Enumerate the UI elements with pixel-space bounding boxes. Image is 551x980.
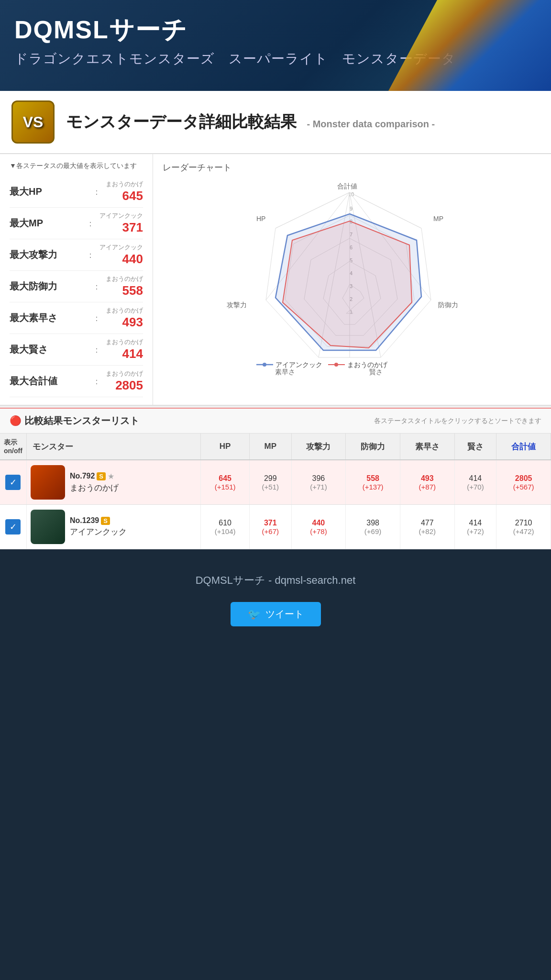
stat-monster-name: まおうのかげ [106,306,143,315]
stat-label: 最大攻撃力 [10,248,81,261]
col-def[interactable]: 防御力 [346,434,400,460]
hp-bonus: (+104) [205,527,245,535]
page-header: VS モンスターデータ詳細比較結果 - Monster data compari… [0,91,551,154]
stat-row: 最大攻撃力 ： アイアンクック 440 [10,239,143,271]
stat-colon: ： [92,344,101,356]
monster-name: アイアンクック [70,526,127,537]
spd-value: 477 [421,519,434,527]
mp-bonus: (+51) [253,483,287,491]
stat-value-block: まおうのかげ 414 [106,338,143,361]
footer-title: DQMSLサーチ - dqmsl-search.net [10,573,541,588]
monster-info: No.1239 S アイアンクック [31,510,197,544]
stat-monster-name: まおうのかげ [106,180,143,189]
spd-value: 493 [421,474,434,482]
wis-cell: 414 (+72) [454,505,496,549]
def-bonus: (+137) [350,483,396,491]
stat-colon: ： [92,312,101,324]
mp-cell: 299 (+51) [249,460,291,505]
col-mp[interactable]: MP [249,434,291,460]
stat-label: 最大素早さ [10,312,88,324]
col-hp[interactable]: HP [201,434,250,460]
def-value: 398 [366,519,379,527]
stat-value: 440 [122,252,143,266]
table-head: 表示on/off モンスター HP MP 攻撃力 防御力 素早さ 賢さ 合計値 [0,434,551,460]
mp-value: 299 [264,474,277,482]
monster-name: まおうのかげ [70,482,119,493]
def-bonus: (+69) [350,527,396,535]
badge-star: ★ [108,472,114,481]
list-section: 🔴 比較結果モンスターリスト 各ステータスタイトルをクリックするとソートできます… [0,408,551,549]
stat-label: 最大賢さ [10,343,88,356]
stat-row: 最大HP ： まおうのかげ 645 [10,176,143,208]
stat-value: 645 [122,189,143,203]
checkbox[interactable]: ✓ [5,475,21,490]
stat-row: 最大合計値 ： まおうのかげ 2805 [10,366,143,397]
stat-colon: ： [86,249,95,261]
stat-colon: ： [92,281,101,292]
monster-info: No.792 S★ まおうのかげ [31,465,197,500]
sort-hint: 各ステータスタイトルをクリックするとソートできます [374,417,541,425]
def-cell: 398 (+69) [346,505,400,549]
stat-value-block: まおうのかげ 2805 [106,369,143,393]
total-bonus: (+567) [500,483,547,491]
vs-badge: VS [11,100,55,144]
toggle-cell[interactable]: ✓ [0,460,26,505]
wis-bonus: (+72) [459,527,493,535]
stat-colon: ： [92,376,101,387]
stat-label: 最大合計値 [10,375,88,388]
list-header-bar: 🔴 比較結果モンスターリスト 各ステータスタイトルをクリックするとソートできます [0,408,551,434]
total-cell: 2710 (+472) [496,505,551,549]
page-title: モンスターデータ詳細比較結果 - Monster data comparison… [66,111,435,133]
site-header: DQMSLサーチ ドラゴンクエストモンスターズ スーパーライト モンスターデータ [0,0,551,91]
col-atk[interactable]: 攻撃力 [291,434,346,460]
svg-point-35 [334,363,338,367]
tweet-button[interactable]: 🐦 ツイート [231,602,321,626]
col-wis[interactable]: 賢さ [454,434,496,460]
svg-text:アイアンクック: アイアンクック [276,361,322,368]
col-monster[interactable]: モンスター [26,434,200,460]
twitter-icon: 🐦 [248,608,261,621]
stat-monster-name: まおうのかげ [106,369,143,378]
stat-value: 371 [122,220,143,234]
mp-value: 371 [264,519,277,527]
stat-value-block: まおうのかげ 645 [106,180,143,203]
vs-label: VS [23,113,44,131]
page-title-block: モンスターデータ詳細比較結果 - Monster data comparison… [66,111,435,133]
hp-cell: 645 (+151) [201,460,250,505]
stat-label: 最大HP [10,185,88,198]
hp-value: 610 [219,519,231,527]
def-value: 558 [366,474,379,482]
spd-bonus: (+87) [404,483,451,491]
stat-colon: ： [86,218,95,229]
atk-bonus: (+78) [296,527,342,535]
col-toggle[interactable]: 表示on/off [0,434,26,460]
radar-panel: レーダーチャート 合計値 MP 防御力 賢さ 素早さ 攻撃力 HP 10 9 8… [153,154,551,405]
comparison-section: ▼各ステータスの最大値を表示しています 最大HP ： まおうのかげ 645 最大… [0,154,551,406]
checkbox[interactable]: ✓ [5,519,21,535]
total-value: 2710 [515,519,532,527]
radar-container: 合計値 MP 防御力 賢さ 素早さ 攻撃力 HP 10 9 8 7 6 5 4 … [163,178,541,379]
badge-s: S [101,517,110,525]
def-cell: 558 (+137) [346,460,400,505]
svg-point-32 [263,363,266,367]
monster-badges: No.1239 S [70,516,127,525]
wis-value: 414 [469,474,482,482]
svg-text:防御力: 防御力 [438,301,458,309]
tweet-label: ツイート [265,608,304,621]
toggle-cell[interactable]: ✓ [0,505,26,549]
svg-text:攻撃力: 攻撃力 [227,301,247,309]
stat-value-block: アイアンクック 440 [99,243,143,267]
stat-value: 2805 [115,378,143,392]
table-row: ✓ No.1239 S アイアンクック 610 (+104) 371 (+67) [0,505,551,549]
col-spd[interactable]: 素早さ [400,434,454,460]
hp-bonus: (+151) [205,483,245,491]
col-total[interactable]: 合計値 [496,434,551,460]
stat-value-block: アイアンクック 371 [99,212,143,235]
svg-text:素早さ: 素早さ [275,368,295,376]
stats-panel: ▼各ステータスの最大値を表示しています 最大HP ： まおうのかげ 645 最大… [0,154,153,405]
stat-monster-name: まおうのかげ [106,338,143,346]
monster-text: No.792 S★ まおうのかげ [70,472,119,493]
stats-rows: 最大HP ： まおうのかげ 645 最大MP ： アイアンクック 371 最大攻… [10,176,143,397]
svg-text:賢さ: 賢さ [369,368,383,376]
radar-chart: 合計値 MP 防御力 賢さ 素早さ 攻撃力 HP 10 9 8 7 6 5 4 … [163,178,541,379]
